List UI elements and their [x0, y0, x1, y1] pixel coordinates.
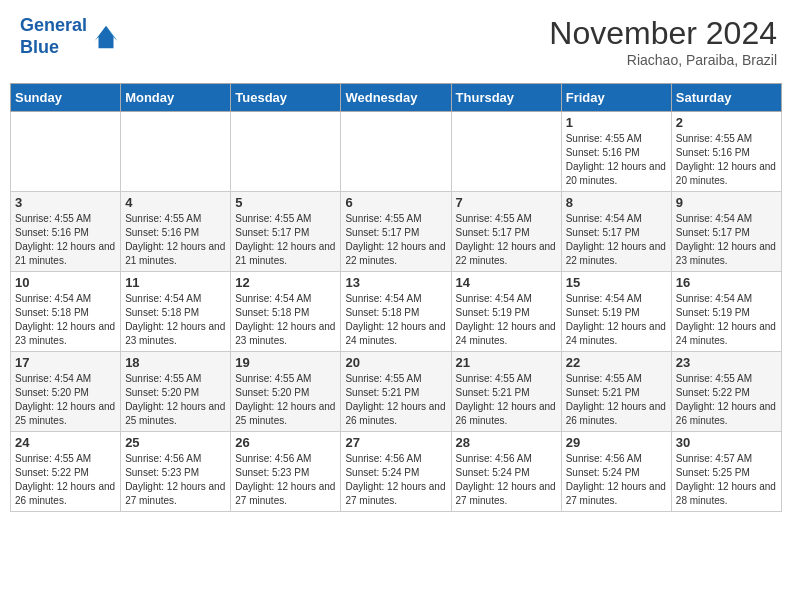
calendar-cell: 25Sunrise: 4:56 AM Sunset: 5:23 PM Dayli…	[121, 432, 231, 512]
calendar-cell: 28Sunrise: 4:56 AM Sunset: 5:24 PM Dayli…	[451, 432, 561, 512]
calendar-cell: 29Sunrise: 4:56 AM Sunset: 5:24 PM Dayli…	[561, 432, 671, 512]
day-header-thursday: Thursday	[451, 84, 561, 112]
calendar-cell: 9Sunrise: 4:54 AM Sunset: 5:17 PM Daylig…	[671, 192, 781, 272]
title-section: November 2024 Riachao, Paraiba, Brazil	[549, 15, 777, 68]
calendar-cell: 15Sunrise: 4:54 AM Sunset: 5:19 PM Dayli…	[561, 272, 671, 352]
day-info: Sunrise: 4:55 AM Sunset: 5:22 PM Dayligh…	[676, 372, 777, 428]
day-number: 4	[125, 195, 226, 210]
calendar-cell: 23Sunrise: 4:55 AM Sunset: 5:22 PM Dayli…	[671, 352, 781, 432]
calendar-cell: 26Sunrise: 4:56 AM Sunset: 5:23 PM Dayli…	[231, 432, 341, 512]
day-header-monday: Monday	[121, 84, 231, 112]
day-number: 5	[235, 195, 336, 210]
day-info: Sunrise: 4:55 AM Sunset: 5:21 PM Dayligh…	[456, 372, 557, 428]
day-info: Sunrise: 4:55 AM Sunset: 5:21 PM Dayligh…	[566, 372, 667, 428]
day-info: Sunrise: 4:55 AM Sunset: 5:16 PM Dayligh…	[125, 212, 226, 268]
day-number: 10	[15, 275, 116, 290]
day-number: 23	[676, 355, 777, 370]
calendar-week-2: 3Sunrise: 4:55 AM Sunset: 5:16 PM Daylig…	[11, 192, 782, 272]
day-info: Sunrise: 4:55 AM Sunset: 5:17 PM Dayligh…	[456, 212, 557, 268]
day-info: Sunrise: 4:54 AM Sunset: 5:19 PM Dayligh…	[566, 292, 667, 348]
day-number: 14	[456, 275, 557, 290]
day-number: 27	[345, 435, 446, 450]
day-number: 26	[235, 435, 336, 450]
day-number: 22	[566, 355, 667, 370]
logo-icon	[91, 22, 121, 52]
calendar-header-row: SundayMondayTuesdayWednesdayThursdayFrid…	[11, 84, 782, 112]
calendar-week-1: 1Sunrise: 4:55 AM Sunset: 5:16 PM Daylig…	[11, 112, 782, 192]
day-header-saturday: Saturday	[671, 84, 781, 112]
day-number: 20	[345, 355, 446, 370]
day-number: 25	[125, 435, 226, 450]
calendar-cell: 24Sunrise: 4:55 AM Sunset: 5:22 PM Dayli…	[11, 432, 121, 512]
day-info: Sunrise: 4:56 AM Sunset: 5:23 PM Dayligh…	[235, 452, 336, 508]
calendar-cell: 16Sunrise: 4:54 AM Sunset: 5:19 PM Dayli…	[671, 272, 781, 352]
location-subtitle: Riachao, Paraiba, Brazil	[549, 52, 777, 68]
calendar-cell: 20Sunrise: 4:55 AM Sunset: 5:21 PM Dayli…	[341, 352, 451, 432]
day-number: 8	[566, 195, 667, 210]
calendar-table: SundayMondayTuesdayWednesdayThursdayFrid…	[10, 83, 782, 512]
calendar-cell: 27Sunrise: 4:56 AM Sunset: 5:24 PM Dayli…	[341, 432, 451, 512]
calendar-week-4: 17Sunrise: 4:54 AM Sunset: 5:20 PM Dayli…	[11, 352, 782, 432]
calendar-cell: 22Sunrise: 4:55 AM Sunset: 5:21 PM Dayli…	[561, 352, 671, 432]
day-number: 15	[566, 275, 667, 290]
day-info: Sunrise: 4:55 AM Sunset: 5:22 PM Dayligh…	[15, 452, 116, 508]
calendar-cell: 18Sunrise: 4:55 AM Sunset: 5:20 PM Dayli…	[121, 352, 231, 432]
calendar-cell: 12Sunrise: 4:54 AM Sunset: 5:18 PM Dayli…	[231, 272, 341, 352]
day-info: Sunrise: 4:55 AM Sunset: 5:17 PM Dayligh…	[235, 212, 336, 268]
day-number: 7	[456, 195, 557, 210]
day-info: Sunrise: 4:55 AM Sunset: 5:20 PM Dayligh…	[235, 372, 336, 428]
calendar-cell: 30Sunrise: 4:57 AM Sunset: 5:25 PM Dayli…	[671, 432, 781, 512]
day-number: 28	[456, 435, 557, 450]
calendar-cell: 11Sunrise: 4:54 AM Sunset: 5:18 PM Dayli…	[121, 272, 231, 352]
day-info: Sunrise: 4:56 AM Sunset: 5:24 PM Dayligh…	[345, 452, 446, 508]
logo: General Blue	[20, 15, 121, 58]
day-number: 19	[235, 355, 336, 370]
calendar-cell: 2Sunrise: 4:55 AM Sunset: 5:16 PM Daylig…	[671, 112, 781, 192]
calendar-cell: 6Sunrise: 4:55 AM Sunset: 5:17 PM Daylig…	[341, 192, 451, 272]
calendar-cell	[341, 112, 451, 192]
day-number: 13	[345, 275, 446, 290]
calendar-cell: 7Sunrise: 4:55 AM Sunset: 5:17 PM Daylig…	[451, 192, 561, 272]
day-number: 30	[676, 435, 777, 450]
calendar-cell: 4Sunrise: 4:55 AM Sunset: 5:16 PM Daylig…	[121, 192, 231, 272]
day-info: Sunrise: 4:54 AM Sunset: 5:17 PM Dayligh…	[676, 212, 777, 268]
calendar-cell: 8Sunrise: 4:54 AM Sunset: 5:17 PM Daylig…	[561, 192, 671, 272]
calendar-cell	[451, 112, 561, 192]
day-info: Sunrise: 4:54 AM Sunset: 5:19 PM Dayligh…	[676, 292, 777, 348]
day-number: 29	[566, 435, 667, 450]
day-number: 3	[15, 195, 116, 210]
page-header: General Blue November 2024 Riachao, Para…	[10, 10, 782, 73]
calendar-cell: 21Sunrise: 4:55 AM Sunset: 5:21 PM Dayli…	[451, 352, 561, 432]
calendar-cell: 10Sunrise: 4:54 AM Sunset: 5:18 PM Dayli…	[11, 272, 121, 352]
day-number: 24	[15, 435, 116, 450]
day-header-friday: Friday	[561, 84, 671, 112]
month-title: November 2024	[549, 15, 777, 52]
calendar-cell: 3Sunrise: 4:55 AM Sunset: 5:16 PM Daylig…	[11, 192, 121, 272]
day-info: Sunrise: 4:55 AM Sunset: 5:17 PM Dayligh…	[345, 212, 446, 268]
day-info: Sunrise: 4:54 AM Sunset: 5:18 PM Dayligh…	[345, 292, 446, 348]
day-number: 11	[125, 275, 226, 290]
logo-text: General Blue	[20, 15, 87, 58]
day-number: 9	[676, 195, 777, 210]
calendar-week-3: 10Sunrise: 4:54 AM Sunset: 5:18 PM Dayli…	[11, 272, 782, 352]
day-number: 17	[15, 355, 116, 370]
day-info: Sunrise: 4:55 AM Sunset: 5:20 PM Dayligh…	[125, 372, 226, 428]
day-info: Sunrise: 4:55 AM Sunset: 5:16 PM Dayligh…	[566, 132, 667, 188]
day-number: 6	[345, 195, 446, 210]
day-info: Sunrise: 4:54 AM Sunset: 5:17 PM Dayligh…	[566, 212, 667, 268]
day-info: Sunrise: 4:54 AM Sunset: 5:20 PM Dayligh…	[15, 372, 116, 428]
calendar-cell: 17Sunrise: 4:54 AM Sunset: 5:20 PM Dayli…	[11, 352, 121, 432]
calendar-cell: 14Sunrise: 4:54 AM Sunset: 5:19 PM Dayli…	[451, 272, 561, 352]
calendar-cell: 13Sunrise: 4:54 AM Sunset: 5:18 PM Dayli…	[341, 272, 451, 352]
day-info: Sunrise: 4:55 AM Sunset: 5:21 PM Dayligh…	[345, 372, 446, 428]
day-info: Sunrise: 4:54 AM Sunset: 5:18 PM Dayligh…	[125, 292, 226, 348]
calendar-cell: 19Sunrise: 4:55 AM Sunset: 5:20 PM Dayli…	[231, 352, 341, 432]
day-number: 2	[676, 115, 777, 130]
day-number: 16	[676, 275, 777, 290]
calendar-cell: 1Sunrise: 4:55 AM Sunset: 5:16 PM Daylig…	[561, 112, 671, 192]
day-info: Sunrise: 4:54 AM Sunset: 5:18 PM Dayligh…	[15, 292, 116, 348]
day-number: 21	[456, 355, 557, 370]
day-info: Sunrise: 4:55 AM Sunset: 5:16 PM Dayligh…	[15, 212, 116, 268]
calendar-cell	[231, 112, 341, 192]
day-info: Sunrise: 4:56 AM Sunset: 5:23 PM Dayligh…	[125, 452, 226, 508]
